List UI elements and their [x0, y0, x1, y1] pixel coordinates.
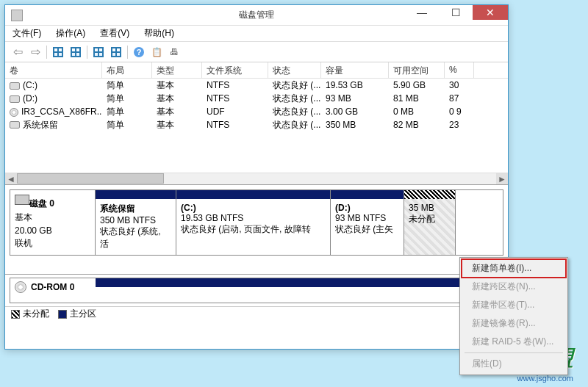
grid-icon [71, 47, 81, 57]
properties-button[interactable]: 📋 [148, 44, 165, 60]
toolbar: ⇦ ⇨ ? 📋 🖷 [5, 42, 508, 62]
disk-icon [15, 195, 29, 205]
properties-icon: 📋 [151, 47, 162, 57]
col-percent[interactable]: % [445, 62, 474, 78]
menu-new-mirrored-volume: 新建镜像卷(R)... [462, 314, 566, 333]
legend-primary: 主分区 [58, 308, 96, 320]
col-type[interactable]: 类型 [152, 62, 202, 78]
cdrom-row[interactable]: CD-ROM 0 [10, 278, 503, 303]
grid-icon [93, 47, 104, 57]
view-button-3[interactable] [90, 44, 107, 60]
column-headers: 卷 布局 类型 文件系统 状态 容量 可用空间 % [5, 62, 508, 79]
app-icon [11, 10, 23, 21]
menu-action[interactable]: 操作(A) [51, 26, 90, 41]
cdrom-label: CD-ROM 0 [10, 278, 96, 296]
legend-unallocated: 未分配 [11, 308, 49, 320]
grid-icon [53, 47, 63, 57]
refresh-button[interactable]: 🖷 [166, 44, 182, 60]
volume-icon [10, 82, 20, 90]
disk-management-window: 磁盘管理 — ☐ ✕ 文件(F) 操作(A) 查看(V) 帮助(H) ⇦ ⇨ ?… [4, 4, 509, 350]
partition-unalloc[interactable]: 35 MB未分配 [404, 190, 456, 255]
context-menu: 新建简单卷(I)... 新建跨区卷(N)... 新建带区卷(T)... 新建镜像… [459, 257, 568, 375]
disk-graphic-area: 磁盘 0 基本 20.00 GB 联机 系统保留350 MB NTFS状态良好 … [5, 184, 508, 274]
volume-icon [10, 95, 20, 103]
help-button[interactable]: ? [131, 44, 147, 60]
refresh-icon: 🖷 [170, 47, 179, 57]
grid-icon [111, 47, 121, 57]
volume-row[interactable]: (C:)简单基本NTFS状态良好 (...19.53 GB5.90 GB30 [5, 79, 508, 92]
partition-primary[interactable]: (C:)19.53 GB NTFS状态良好 (启动, 页面文件, 故障转 [176, 190, 331, 255]
unalloc-swatch-icon [11, 310, 20, 319]
horizontal-scrollbar[interactable]: ◄ ► [5, 173, 508, 184]
disk-status: 联机 [15, 237, 90, 250]
view-button-1[interactable] [50, 44, 66, 60]
menu-properties: 属性(D) [462, 355, 566, 373]
cdrom-area: CD-ROM 0 [5, 274, 508, 306]
col-status[interactable]: 状态 [268, 62, 321, 78]
volume-row[interactable]: IR3_CCSA_X86FR...简单基本UDF状态良好 (...3.00 GB… [5, 105, 508, 118]
col-layout[interactable]: 布局 [102, 62, 152, 78]
close-button[interactable]: ✕ [473, 5, 508, 20]
col-volume[interactable]: 卷 [5, 62, 102, 78]
col-capacity[interactable]: 容量 [321, 62, 389, 78]
menu-new-striped-volume: 新建带区卷(T)... [462, 296, 566, 314]
minimize-button[interactable]: — [405, 5, 439, 20]
titlebar[interactable]: 磁盘管理 — ☐ ✕ [5, 5, 508, 26]
scroll-left-icon[interactable]: ◄ [5, 173, 17, 184]
window-controls: — ☐ ✕ [405, 11, 508, 20]
cd-icon [15, 281, 26, 293]
forward-button[interactable]: ⇨ [27, 44, 43, 60]
disk-name: 磁盘 0 [29, 198, 54, 209]
primary-swatch-icon [58, 310, 67, 319]
menu-new-spanned-volume: 新建跨区卷(N)... [462, 278, 566, 296]
disk-0-label[interactable]: 磁盘 0 基本 20.00 GB 联机 [10, 190, 96, 255]
cd-icon [10, 108, 18, 117]
disk-0-row: 磁盘 0 基本 20.00 GB 联机 系统保留350 MB NTFS状态良好 … [10, 189, 503, 256]
menubar: 文件(F) 操作(A) 查看(V) 帮助(H) [5, 26, 508, 42]
menu-help[interactable]: 帮助(H) [140, 26, 179, 41]
partition-primary[interactable]: 系统保留350 MB NTFS状态良好 (系统, 活 [96, 190, 176, 255]
menu-new-raid5-volume: 新建 RAID-5 卷(W)... [462, 333, 566, 351]
col-filesystem[interactable]: 文件系统 [202, 62, 268, 78]
volume-list: 卷 布局 类型 文件系统 状态 容量 可用空间 % (C:)简单基本NTFS状态… [5, 62, 508, 184]
maximize-button[interactable]: ☐ [439, 5, 473, 20]
scroll-thumb[interactable] [17, 173, 164, 184]
disk-partitions: 系统保留350 MB NTFS状态良好 (系统, 活(C:)19.53 GB N… [96, 190, 503, 255]
help-icon: ? [134, 47, 144, 57]
col-free[interactable]: 可用空间 [389, 62, 445, 78]
back-arrow-icon: ⇦ [13, 45, 23, 59]
menu-file[interactable]: 文件(F) [8, 26, 46, 41]
volume-icon [10, 121, 20, 129]
back-button[interactable]: ⇦ [10, 44, 26, 60]
legend: 未分配 主分区 [5, 306, 508, 321]
forward-arrow-icon: ⇨ [31, 45, 40, 59]
disk-size: 20.00 GB [15, 225, 90, 236]
partition-primary[interactable]: (D:)93 MB NTFS状态良好 (主矢 [331, 190, 404, 255]
view-button-2[interactable] [68, 44, 84, 60]
menu-view[interactable]: 查看(V) [96, 26, 134, 41]
volume-row[interactable]: (D:)简单基本NTFS状态良好 (...93 MB81 MB87 [5, 92, 508, 105]
view-button-4[interactable] [108, 44, 124, 60]
scroll-right-icon[interactable]: ► [496, 173, 508, 184]
menu-new-simple-volume[interactable]: 新建简单卷(I)... [462, 259, 566, 278]
volume-row[interactable]: 系统保留简单基本NTFS状态良好 (...350 MB82 MB23 [5, 118, 508, 131]
cdrom-name: CD-ROM 0 [31, 282, 74, 292]
disk-type: 基本 [15, 211, 90, 224]
window-title: 磁盘管理 [239, 9, 274, 21]
